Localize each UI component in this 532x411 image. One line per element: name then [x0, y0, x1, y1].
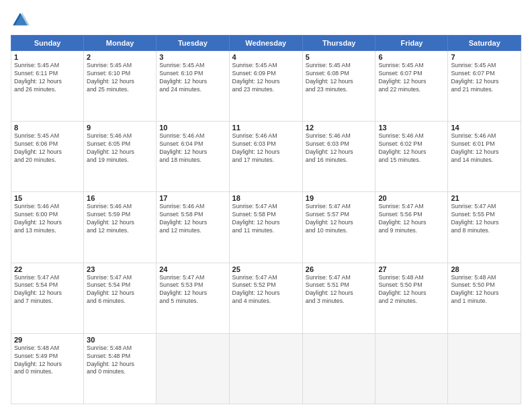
day-number: 6	[378, 53, 445, 61]
calendar-cell: 15Sunrise: 5:46 AM Sunset: 6:00 PM Dayli…	[11, 192, 84, 263]
day-info: Sunrise: 5:45 AM Sunset: 6:06 PM Dayligh…	[14, 132, 81, 165]
day-number: 26	[306, 265, 373, 273]
day-number: 29	[14, 336, 81, 344]
day-number: 9	[87, 124, 153, 132]
day-info: Sunrise: 5:46 AM Sunset: 6:02 PM Dayligh…	[378, 132, 445, 165]
calendar-cell: 28Sunrise: 5:48 AM Sunset: 5:50 PM Dayli…	[448, 263, 521, 333]
calendar-cell: 6Sunrise: 5:45 AM Sunset: 6:07 PM Daylig…	[375, 51, 448, 122]
calendar-cell	[448, 333, 521, 404]
weekday-header-tuesday: Tuesday	[157, 36, 229, 51]
calendar-cell: 26Sunrise: 5:47 AM Sunset: 5:51 PM Dayli…	[302, 263, 375, 333]
day-number: 14	[451, 124, 518, 132]
calendar-cell: 29Sunrise: 5:48 AM Sunset: 5:49 PM Dayli…	[11, 333, 84, 404]
calendar-cell	[157, 333, 229, 404]
day-number: 21	[451, 194, 518, 202]
weekday-header-friday: Friday	[375, 36, 448, 51]
day-number: 28	[451, 265, 518, 273]
calendar-cell: 1Sunrise: 5:45 AM Sunset: 6:11 PM Daylig…	[11, 51, 84, 122]
day-info: Sunrise: 5:48 AM Sunset: 5:50 PM Dayligh…	[451, 274, 518, 306]
calendar-cell: 17Sunrise: 5:46 AM Sunset: 5:58 PM Dayli…	[157, 192, 229, 263]
day-info: Sunrise: 5:47 AM Sunset: 5:54 PM Dayligh…	[14, 274, 81, 306]
calendar-cell: 16Sunrise: 5:46 AM Sunset: 5:59 PM Dayli…	[84, 192, 157, 263]
calendar-cell: 20Sunrise: 5:47 AM Sunset: 5:56 PM Dayli…	[375, 192, 448, 263]
day-number: 27	[378, 265, 445, 273]
calendar-cell: 9Sunrise: 5:46 AM Sunset: 6:05 PM Daylig…	[84, 122, 157, 192]
day-info: Sunrise: 5:48 AM Sunset: 5:48 PM Dayligh…	[87, 345, 153, 377]
calendar-cell	[375, 333, 448, 404]
calendar-cell: 4Sunrise: 5:45 AM Sunset: 6:09 PM Daylig…	[229, 51, 302, 122]
day-number: 1	[14, 53, 81, 61]
calendar-cell: 13Sunrise: 5:46 AM Sunset: 6:02 PM Dayli…	[375, 122, 448, 192]
day-info: Sunrise: 5:46 AM Sunset: 6:04 PM Dayligh…	[159, 132, 226, 165]
calendar-week-row: 15Sunrise: 5:46 AM Sunset: 6:00 PM Dayli…	[11, 192, 521, 263]
calendar-cell: 11Sunrise: 5:46 AM Sunset: 6:03 PM Dayli…	[229, 122, 302, 192]
day-info: Sunrise: 5:47 AM Sunset: 5:55 PM Dayligh…	[451, 203, 518, 235]
calendar-cell: 8Sunrise: 5:45 AM Sunset: 6:06 PM Daylig…	[11, 122, 84, 192]
day-info: Sunrise: 5:45 AM Sunset: 6:11 PM Dayligh…	[14, 62, 81, 94]
day-info: Sunrise: 5:45 AM Sunset: 6:10 PM Dayligh…	[87, 62, 153, 94]
day-number: 8	[14, 124, 81, 132]
calendar-cell: 2Sunrise: 5:45 AM Sunset: 6:10 PM Daylig…	[84, 51, 157, 122]
day-info: Sunrise: 5:47 AM Sunset: 5:56 PM Dayligh…	[378, 203, 445, 235]
day-info: Sunrise: 5:47 AM Sunset: 5:52 PM Dayligh…	[232, 274, 300, 306]
day-info: Sunrise: 5:45 AM Sunset: 6:08 PM Dayligh…	[306, 62, 373, 94]
calendar-week-row: 29Sunrise: 5:48 AM Sunset: 5:49 PM Dayli…	[11, 333, 521, 404]
day-info: Sunrise: 5:46 AM Sunset: 6:01 PM Dayligh…	[451, 132, 518, 165]
day-number: 24	[159, 265, 226, 273]
calendar-cell: 22Sunrise: 5:47 AM Sunset: 5:54 PM Dayli…	[11, 263, 84, 333]
calendar-cell: 14Sunrise: 5:46 AM Sunset: 6:01 PM Dayli…	[448, 122, 521, 192]
day-info: Sunrise: 5:48 AM Sunset: 5:49 PM Dayligh…	[14, 345, 81, 377]
weekday-header-monday: Monday	[84, 36, 157, 51]
calendar-cell: 30Sunrise: 5:48 AM Sunset: 5:48 PM Dayli…	[84, 333, 157, 404]
day-info: Sunrise: 5:48 AM Sunset: 5:50 PM Dayligh…	[378, 274, 445, 306]
logo	[11, 11, 32, 30]
calendar-cell: 7Sunrise: 5:45 AM Sunset: 6:07 PM Daylig…	[448, 51, 521, 122]
day-number: 3	[159, 53, 226, 61]
day-info: Sunrise: 5:47 AM Sunset: 5:51 PM Dayligh…	[306, 274, 373, 306]
day-number: 18	[232, 194, 300, 202]
day-number: 13	[378, 124, 445, 132]
calendar-week-row: 1Sunrise: 5:45 AM Sunset: 6:11 PM Daylig…	[11, 51, 521, 122]
day-number: 20	[378, 194, 445, 202]
weekday-header-row: SundayMondayTuesdayWednesdayThursdayFrid…	[11, 36, 521, 51]
day-number: 22	[14, 265, 81, 273]
day-number: 16	[87, 194, 153, 202]
day-info: Sunrise: 5:46 AM Sunset: 6:05 PM Dayligh…	[87, 132, 153, 165]
weekday-header-thursday: Thursday	[302, 36, 375, 51]
day-info: Sunrise: 5:45 AM Sunset: 6:07 PM Dayligh…	[378, 62, 445, 94]
day-number: 30	[87, 336, 153, 344]
day-info: Sunrise: 5:47 AM Sunset: 5:58 PM Dayligh…	[232, 203, 300, 235]
day-info: Sunrise: 5:47 AM Sunset: 5:53 PM Dayligh…	[159, 274, 226, 306]
calendar-cell: 12Sunrise: 5:46 AM Sunset: 6:03 PM Dayli…	[302, 122, 375, 192]
day-info: Sunrise: 5:45 AM Sunset: 6:07 PM Dayligh…	[451, 62, 518, 94]
calendar-cell: 3Sunrise: 5:45 AM Sunset: 6:10 PM Daylig…	[157, 51, 229, 122]
calendar-week-row: 8Sunrise: 5:45 AM Sunset: 6:06 PM Daylig…	[11, 122, 521, 192]
calendar-week-row: 22Sunrise: 5:47 AM Sunset: 5:54 PM Dayli…	[11, 263, 521, 333]
day-info: Sunrise: 5:46 AM Sunset: 6:03 PM Dayligh…	[306, 132, 373, 165]
day-number: 7	[451, 53, 518, 61]
day-info: Sunrise: 5:45 AM Sunset: 6:09 PM Dayligh…	[232, 62, 300, 94]
calendar-table: SundayMondayTuesdayWednesdayThursdayFrid…	[11, 35, 521, 404]
calendar-cell: 21Sunrise: 5:47 AM Sunset: 5:55 PM Dayli…	[448, 192, 521, 263]
weekday-header-wednesday: Wednesday	[229, 36, 302, 51]
day-number: 25	[232, 265, 300, 273]
day-info: Sunrise: 5:46 AM Sunset: 5:59 PM Dayligh…	[87, 203, 153, 235]
day-info: Sunrise: 5:46 AM Sunset: 5:58 PM Dayligh…	[159, 203, 226, 235]
day-info: Sunrise: 5:47 AM Sunset: 5:57 PM Dayligh…	[306, 203, 373, 235]
weekday-header-sunday: Sunday	[11, 36, 84, 51]
day-info: Sunrise: 5:47 AM Sunset: 5:54 PM Dayligh…	[87, 274, 153, 306]
calendar-cell: 25Sunrise: 5:47 AM Sunset: 5:52 PM Dayli…	[229, 263, 302, 333]
calendar-cell: 18Sunrise: 5:47 AM Sunset: 5:58 PM Dayli…	[229, 192, 302, 263]
calendar-cell	[229, 333, 302, 404]
calendar-cell: 23Sunrise: 5:47 AM Sunset: 5:54 PM Dayli…	[84, 263, 157, 333]
weekday-header-saturday: Saturday	[448, 36, 521, 51]
calendar-cell: 24Sunrise: 5:47 AM Sunset: 5:53 PM Dayli…	[157, 263, 229, 333]
day-number: 4	[232, 53, 300, 61]
header	[11, 11, 521, 30]
calendar-cell	[302, 333, 375, 404]
day-number: 19	[306, 194, 373, 202]
logo-icon	[11, 11, 30, 30]
day-number: 11	[232, 124, 300, 132]
calendar-cell: 27Sunrise: 5:48 AM Sunset: 5:50 PM Dayli…	[375, 263, 448, 333]
day-number: 2	[87, 53, 153, 61]
